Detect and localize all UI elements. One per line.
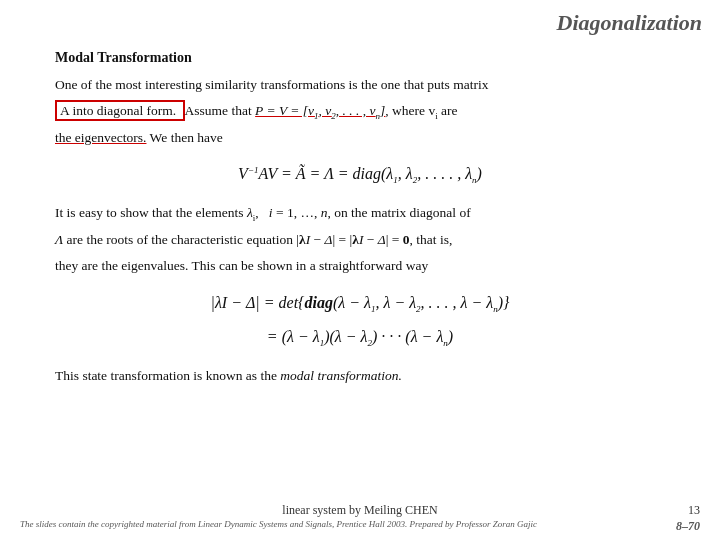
page-title: Diagonalization	[557, 10, 702, 36]
section-heading: Modal Transformation	[55, 50, 665, 66]
section3-text1: This state transformation is known as th…	[55, 368, 402, 383]
para1-after1: Assume that P = V = [v1, v2, . . . , vn]…	[185, 103, 458, 118]
paragraph-1b: A into diagonal form. Assume that P = V …	[55, 100, 665, 123]
math1-text: V−1AV = Ã = Λ = diag(λ1, λ2, . . . . , λ…	[238, 165, 482, 182]
section2-line2: Λ are the roots of the characteristic eq…	[55, 229, 665, 251]
math-equation-1: V−1AV = Ã = Λ = diag(λ1, λ2, . . . . , λ…	[55, 162, 665, 188]
math3-text: = (λ − λ1)(λ − λ2) · · · (λ − λn)	[267, 328, 453, 345]
footer-page-number: 13	[688, 503, 700, 518]
footer-slide: 8–70	[676, 519, 700, 534]
section2-text2: Λ are the roots of the characteristic eq…	[55, 232, 452, 247]
para1-boxed: A into diagonal form.	[60, 103, 176, 118]
paragraph-1c: the eigenvectors. We then have	[55, 127, 665, 149]
section2-text3: they are the eigenvalues. This can be sh…	[55, 258, 428, 273]
paragraph-1: One of the most interesting similarity t…	[55, 74, 665, 96]
copyright-text: The slides contain the copyrighted mater…	[20, 519, 537, 534]
math2-text: |λI − Δ| = det{diag(λ − λ1, λ − λ2, . . …	[210, 294, 509, 311]
para1-text1: One of the most interesting similarity t…	[55, 77, 488, 92]
math-equation-3: = (λ − λ1)(λ − λ2) · · · (λ − λn)	[55, 325, 665, 351]
section2-line3: they are the eigenvalues. This can be sh…	[55, 255, 665, 277]
section2-line1: It is easy to show that the elements λi,…	[55, 202, 665, 225]
math-equation-2: |λI − Δ| = det{diag(λ − λ1, λ − λ2, . . …	[55, 291, 665, 317]
highlighted-phrase: A into diagonal form.	[55, 100, 185, 121]
we-then-have: We then have	[150, 130, 223, 145]
section2: It is easy to show that the elements λi,…	[55, 202, 665, 276]
paragraph-3: This state transformation is known as th…	[55, 365, 665, 387]
footer-label: linear system by Meiling CHEN	[282, 503, 437, 518]
page-container: Diagonalization Modal Transformation One…	[0, 0, 720, 540]
section2-text1: It is easy to show that the elements λi,…	[55, 205, 471, 220]
eigenvectors-text: the eigenvectors.	[55, 130, 146, 145]
main-content: One of the most interesting similarity t…	[55, 74, 665, 387]
footer-copyright: The slides contain the copyrighted mater…	[20, 519, 700, 534]
